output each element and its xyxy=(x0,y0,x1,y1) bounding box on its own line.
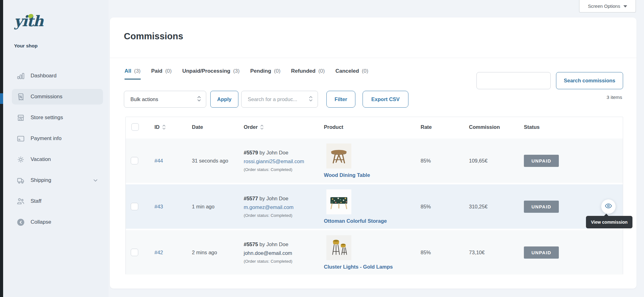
sidebar-item[interactable]: Shipping xyxy=(12,173,103,188)
column-header[interactable]: Commission xyxy=(464,117,519,137)
sidebar-item[interactable]: Vacation xyxy=(12,152,103,167)
sidebar-item[interactable]: Staff xyxy=(12,193,103,209)
tab-count: (0) xyxy=(362,68,368,74)
order-status: (Order status: Completed) xyxy=(244,259,292,264)
status-tab[interactable]: All (3) xyxy=(124,68,141,80)
chevron-down-icon xyxy=(92,177,99,183)
sidebar-item-label: Store settings xyxy=(31,114,99,121)
sort-icon[interactable] xyxy=(260,124,264,130)
order-reference: #5575 by John Doe xyxy=(244,241,288,247)
product-thumbnail xyxy=(326,235,351,260)
status-tab[interactable]: Paid (0) xyxy=(151,68,172,80)
status-tab[interactable]: Unpaid/Processing (3) xyxy=(182,68,240,80)
screen-options-button[interactable]: Screen Options xyxy=(579,0,636,12)
filter-button[interactable]: Filter xyxy=(326,91,355,108)
column-header-label: Commission xyxy=(469,124,500,130)
shop-name: Your shop xyxy=(14,43,38,49)
row-checkbox[interactable] xyxy=(131,249,138,256)
wp-admin-strip xyxy=(0,0,3,297)
tab-count: (0) xyxy=(165,68,172,74)
customer-email-link[interactable]: rossi.gianni25@email.com xyxy=(244,158,304,164)
sidebar-item-icon xyxy=(17,197,25,206)
sidebar-item-icon xyxy=(17,218,25,226)
apply-button[interactable]: Apply xyxy=(210,91,238,108)
status-tab[interactable]: Canceled (0) xyxy=(335,68,368,80)
commission-rate: 85% xyxy=(416,139,464,183)
column-header[interactable]: ID xyxy=(149,117,187,137)
commission-id-link[interactable]: #44 xyxy=(154,158,163,164)
table-row: #43 1 min ago #5577 by John Doe m.gomez@… xyxy=(126,183,623,229)
commission-amount: 73,10€ xyxy=(464,230,519,275)
view-commission-tooltip: View commission xyxy=(586,216,632,228)
select-all-checkbox[interactable] xyxy=(131,123,139,131)
commissions-card: Commissions All (3) Paid (0) Unpaid/Proc… xyxy=(110,17,637,289)
triangle-down-icon xyxy=(623,5,627,7)
column-header[interactable]: Rate xyxy=(416,117,464,137)
column-header[interactable]: Status xyxy=(519,117,623,137)
order-status: (Order status: Completed) xyxy=(244,213,292,218)
sidebar-item[interactable]: Payment info xyxy=(12,131,103,146)
wp-admin-accent xyxy=(0,93,3,104)
search-commissions-input[interactable] xyxy=(476,72,551,89)
select-caret-icon xyxy=(309,96,313,103)
column-header[interactable]: Product xyxy=(319,117,416,137)
sidebar-item-icon xyxy=(17,93,25,101)
order-reference: #5577 by John Doe xyxy=(244,196,288,202)
commission-amount: 109,65€ xyxy=(464,139,519,183)
commission-id-link[interactable]: #43 xyxy=(154,204,163,210)
status-tab[interactable]: Pending (0) xyxy=(250,68,281,80)
sidebar-item[interactable]: Commissions xyxy=(12,89,103,105)
commission-date: 31 seconds ago xyxy=(187,139,239,183)
sidebar-item-icon xyxy=(17,134,25,143)
column-header[interactable]: Date xyxy=(187,117,239,137)
bulk-actions-label: Bulk actions xyxy=(130,96,158,102)
eye-icon xyxy=(604,202,612,211)
sidebar-item[interactable]: Store settings xyxy=(12,110,103,125)
sidebar-item-label: Payment info xyxy=(31,135,99,142)
tab-count: (0) xyxy=(318,68,325,74)
export-csv-button[interactable]: Export CSV xyxy=(363,91,408,108)
order-number: #5577 xyxy=(244,196,258,201)
bulk-actions-select[interactable]: Bulk actions xyxy=(124,91,206,108)
tab-label: All xyxy=(124,68,131,74)
product-link[interactable]: Cluster Lights - Gold Lamps xyxy=(324,264,393,270)
commissions-table: ID Date Order xyxy=(125,117,623,275)
column-header-label: Date xyxy=(192,124,203,130)
product-search-select[interactable]: Search for a produc... xyxy=(241,91,318,108)
table-row: #42 2 mins ago #5575 by John Doe john.do… xyxy=(126,229,623,275)
items-count: 3 items xyxy=(607,95,622,100)
sidebar-item[interactable]: Dashboard xyxy=(12,68,103,84)
column-header-label: ID xyxy=(154,124,160,130)
sidebar-item-label: Collapse xyxy=(31,219,99,225)
sort-icon[interactable] xyxy=(162,124,166,130)
sidebar-item-label: Staff xyxy=(31,198,99,204)
page-title: Commissions xyxy=(124,31,183,41)
sidebar-item-label: Dashboard xyxy=(31,73,99,79)
customer-email-link[interactable]: john.doe@email.com xyxy=(244,250,292,256)
header-divider xyxy=(110,58,637,58)
tab-count: (0) xyxy=(274,68,281,74)
status-tab[interactable]: Refunded (0) xyxy=(291,68,325,80)
row-checkbox[interactable] xyxy=(131,203,138,210)
status-badge: UNPAID xyxy=(524,155,559,167)
select-caret-icon xyxy=(197,96,201,103)
customer-email-link[interactable]: m.gomez@email.com xyxy=(244,204,294,210)
sidebar-item-icon xyxy=(17,114,25,122)
commissions-admin-page: { "colors":{ "page_bg":"#f1f4f8","sideba… xyxy=(0,0,644,297)
yith-logo: yith xyxy=(14,12,43,30)
search-commissions-button[interactable]: Search commissions xyxy=(556,72,623,89)
view-commission-button[interactable] xyxy=(601,199,616,214)
row-checkbox[interactable] xyxy=(131,157,138,164)
sidebar-item-label: Shipping xyxy=(31,177,87,183)
commission-amount: 310,25€ xyxy=(464,184,519,229)
sidebar-nav: Dashboard Commissions Store settings Pay… xyxy=(12,68,103,230)
tab-count: (3) xyxy=(233,68,240,74)
product-link[interactable]: Ottoman Colorful Storage xyxy=(324,218,387,224)
sidebar-item[interactable]: Collapse xyxy=(12,214,103,230)
product-link[interactable]: Wood Dining Table xyxy=(324,172,370,178)
sidebar-item-label: Commissions xyxy=(31,94,99,100)
table-header-row: ID Date Order xyxy=(126,117,623,137)
column-header[interactable]: Order xyxy=(239,117,319,137)
sidebar: yith Your shop Dashboard Commissions Sto… xyxy=(3,0,109,297)
commission-id-link[interactable]: #42 xyxy=(154,250,163,256)
